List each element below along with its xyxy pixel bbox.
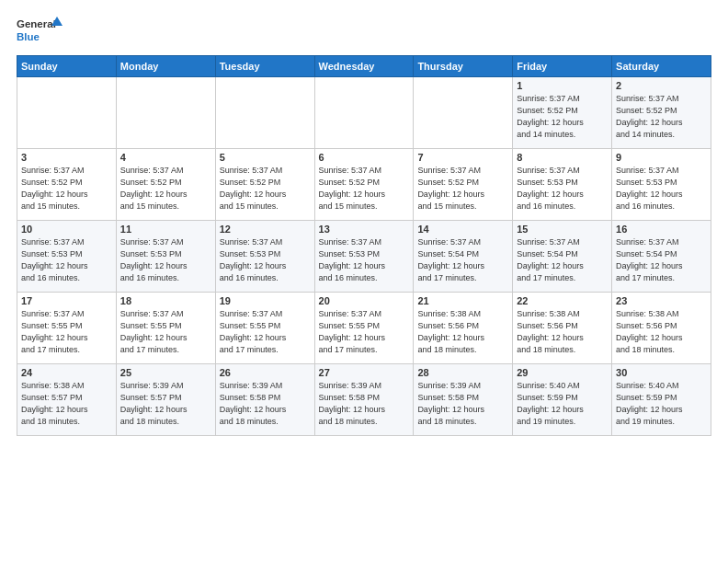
day-number: 12 xyxy=(220,224,311,235)
day-number: 13 xyxy=(319,224,410,235)
calendar-cell: 20Sunrise: 5:37 AMSunset: 5:55 PMDayligh… xyxy=(314,293,414,364)
day-info: Sunrise: 5:37 AMSunset: 5:55 PMDaylight:… xyxy=(120,308,211,356)
day-info: Sunrise: 5:38 AMSunset: 5:56 PMDaylight:… xyxy=(517,308,608,356)
day-info: Sunrise: 5:37 AMSunset: 5:54 PMDaylight:… xyxy=(417,236,508,284)
day-info: Sunrise: 5:37 AMSunset: 5:52 PMDaylight:… xyxy=(21,165,112,213)
day-number: 5 xyxy=(220,152,311,163)
calendar-cell: 29Sunrise: 5:40 AMSunset: 5:59 PMDayligh… xyxy=(513,364,612,436)
calendar-cell: 2Sunrise: 5:37 AMSunset: 5:52 PMDaylight… xyxy=(612,77,711,149)
week-row: 17Sunrise: 5:37 AMSunset: 5:55 PMDayligh… xyxy=(17,293,711,364)
calendar-page: General Blue SundayMondayTuesdayWednesda… xyxy=(0,0,728,563)
day-info: Sunrise: 5:37 AMSunset: 5:53 PMDaylight:… xyxy=(319,236,410,284)
calendar-body: 1Sunrise: 5:37 AMSunset: 5:52 PMDaylight… xyxy=(17,77,711,436)
day-info: Sunrise: 5:39 AMSunset: 5:57 PMDaylight:… xyxy=(120,380,211,428)
calendar-cell: 1Sunrise: 5:37 AMSunset: 5:52 PMDaylight… xyxy=(513,77,612,149)
calendar-cell xyxy=(215,77,314,149)
day-number: 1 xyxy=(517,80,608,91)
calendar-cell: 27Sunrise: 5:39 AMSunset: 5:58 PMDayligh… xyxy=(314,364,414,436)
calendar-cell: 19Sunrise: 5:37 AMSunset: 5:55 PMDayligh… xyxy=(215,293,314,364)
calendar-cell: 7Sunrise: 5:37 AMSunset: 5:52 PMDaylight… xyxy=(414,149,513,221)
day-info: Sunrise: 5:39 AMSunset: 5:58 PMDaylight:… xyxy=(220,380,311,428)
calendar-cell: 18Sunrise: 5:37 AMSunset: 5:55 PMDayligh… xyxy=(116,293,215,364)
calendar-cell: 15Sunrise: 5:37 AMSunset: 5:54 PMDayligh… xyxy=(513,221,612,293)
day-info: Sunrise: 5:37 AMSunset: 5:52 PMDaylight:… xyxy=(616,93,707,141)
day-number: 4 xyxy=(120,152,211,163)
week-row: 1Sunrise: 5:37 AMSunset: 5:52 PMDaylight… xyxy=(17,77,711,149)
calendar-cell: 5Sunrise: 5:37 AMSunset: 5:52 PMDaylight… xyxy=(215,149,314,221)
day-number: 6 xyxy=(319,152,410,163)
header-day: Wednesday xyxy=(314,56,414,77)
day-info: Sunrise: 5:37 AMSunset: 5:54 PMDaylight:… xyxy=(517,236,608,284)
day-number: 25 xyxy=(120,367,211,378)
calendar-cell: 4Sunrise: 5:37 AMSunset: 5:52 PMDaylight… xyxy=(116,149,215,221)
calendar-cell: 12Sunrise: 5:37 AMSunset: 5:53 PMDayligh… xyxy=(215,221,314,293)
day-info: Sunrise: 5:38 AMSunset: 5:56 PMDaylight:… xyxy=(417,308,508,356)
day-number: 26 xyxy=(220,367,311,378)
calendar-cell: 26Sunrise: 5:39 AMSunset: 5:58 PMDayligh… xyxy=(215,364,314,436)
day-number: 28 xyxy=(417,367,508,378)
day-number: 8 xyxy=(517,152,608,163)
header-day: Saturday xyxy=(612,56,711,77)
day-info: Sunrise: 5:40 AMSunset: 5:59 PMDaylight:… xyxy=(517,380,608,428)
header-row: SundayMondayTuesdayWednesdayThursdayFrid… xyxy=(17,56,711,77)
day-number: 9 xyxy=(616,152,707,163)
calendar-cell: 23Sunrise: 5:38 AMSunset: 5:56 PMDayligh… xyxy=(612,293,711,364)
calendar-cell: 24Sunrise: 5:38 AMSunset: 5:57 PMDayligh… xyxy=(17,364,117,436)
day-info: Sunrise: 5:37 AMSunset: 5:53 PMDaylight:… xyxy=(21,236,112,284)
day-number: 20 xyxy=(319,295,410,306)
day-number: 15 xyxy=(517,224,608,235)
day-info: Sunrise: 5:39 AMSunset: 5:58 PMDaylight:… xyxy=(319,380,410,428)
calendar-cell: 3Sunrise: 5:37 AMSunset: 5:52 PMDaylight… xyxy=(17,149,117,221)
logo-svg: General Blue xyxy=(17,15,63,48)
calendar-table: SundayMondayTuesdayWednesdayThursdayFrid… xyxy=(17,55,711,436)
day-number: 23 xyxy=(616,295,707,306)
day-number: 22 xyxy=(517,295,608,306)
calendar-cell: 22Sunrise: 5:38 AMSunset: 5:56 PMDayligh… xyxy=(513,293,612,364)
day-info: Sunrise: 5:37 AMSunset: 5:53 PMDaylight:… xyxy=(616,165,707,213)
day-number: 24 xyxy=(21,367,112,378)
logo: General Blue xyxy=(17,15,63,48)
header-day: Sunday xyxy=(17,56,117,77)
day-info: Sunrise: 5:39 AMSunset: 5:58 PMDaylight:… xyxy=(417,380,508,428)
day-info: Sunrise: 5:37 AMSunset: 5:52 PMDaylight:… xyxy=(319,165,410,213)
week-row: 24Sunrise: 5:38 AMSunset: 5:57 PMDayligh… xyxy=(17,364,711,436)
svg-text:General: General xyxy=(17,18,56,29)
day-info: Sunrise: 5:37 AMSunset: 5:52 PMDaylight:… xyxy=(120,165,211,213)
day-number: 30 xyxy=(616,367,707,378)
header-day: Monday xyxy=(116,56,215,77)
week-row: 10Sunrise: 5:37 AMSunset: 5:53 PMDayligh… xyxy=(17,221,711,293)
day-info: Sunrise: 5:37 AMSunset: 5:53 PMDaylight:… xyxy=(220,236,311,284)
calendar-cell xyxy=(414,77,513,149)
calendar-cell: 25Sunrise: 5:39 AMSunset: 5:57 PMDayligh… xyxy=(116,364,215,436)
header-day: Friday xyxy=(513,56,612,77)
day-number: 17 xyxy=(21,295,112,306)
calendar-cell: 6Sunrise: 5:37 AMSunset: 5:52 PMDaylight… xyxy=(314,149,414,221)
day-info: Sunrise: 5:37 AMSunset: 5:53 PMDaylight:… xyxy=(120,236,211,284)
header-day: Thursday xyxy=(414,56,513,77)
day-info: Sunrise: 5:37 AMSunset: 5:55 PMDaylight:… xyxy=(21,308,112,356)
calendar-header: SundayMondayTuesdayWednesdayThursdayFrid… xyxy=(17,56,711,77)
svg-text:Blue: Blue xyxy=(17,31,40,42)
day-info: Sunrise: 5:37 AMSunset: 5:55 PMDaylight:… xyxy=(220,308,311,356)
calendar-cell: 8Sunrise: 5:37 AMSunset: 5:53 PMDaylight… xyxy=(513,149,612,221)
day-number: 7 xyxy=(417,152,508,163)
day-info: Sunrise: 5:38 AMSunset: 5:57 PMDaylight:… xyxy=(21,380,112,428)
day-number: 29 xyxy=(517,367,608,378)
day-number: 19 xyxy=(220,295,311,306)
day-number: 10 xyxy=(21,224,112,235)
day-info: Sunrise: 5:37 AMSunset: 5:53 PMDaylight:… xyxy=(517,165,608,213)
day-info: Sunrise: 5:37 AMSunset: 5:55 PMDaylight:… xyxy=(319,308,410,356)
day-info: Sunrise: 5:37 AMSunset: 5:52 PMDaylight:… xyxy=(517,93,608,141)
day-info: Sunrise: 5:37 AMSunset: 5:52 PMDaylight:… xyxy=(220,165,311,213)
calendar-cell: 10Sunrise: 5:37 AMSunset: 5:53 PMDayligh… xyxy=(17,221,117,293)
day-number: 14 xyxy=(417,224,508,235)
day-number: 27 xyxy=(319,367,410,378)
calendar-cell: 13Sunrise: 5:37 AMSunset: 5:53 PMDayligh… xyxy=(314,221,414,293)
calendar-cell: 17Sunrise: 5:37 AMSunset: 5:55 PMDayligh… xyxy=(17,293,117,364)
day-number: 21 xyxy=(417,295,508,306)
calendar-cell xyxy=(314,77,414,149)
calendar-cell: 21Sunrise: 5:38 AMSunset: 5:56 PMDayligh… xyxy=(414,293,513,364)
day-number: 11 xyxy=(120,224,211,235)
week-row: 3Sunrise: 5:37 AMSunset: 5:52 PMDaylight… xyxy=(17,149,711,221)
calendar-cell: 14Sunrise: 5:37 AMSunset: 5:54 PMDayligh… xyxy=(414,221,513,293)
